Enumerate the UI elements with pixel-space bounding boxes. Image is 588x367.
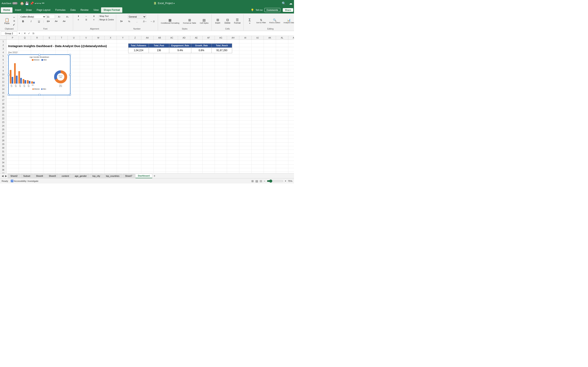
cell-3-23[interactable] bbox=[288, 47, 294, 51]
cell-3-15[interactable] bbox=[190, 47, 203, 51]
cell-31-6[interactable] bbox=[80, 150, 92, 154]
cell-33-20[interactable] bbox=[251, 157, 264, 161]
cell-25-7[interactable] bbox=[92, 128, 104, 132]
cell-19-17[interactable] bbox=[215, 106, 227, 109]
cell-29-6[interactable] bbox=[80, 142, 92, 146]
cell-15-20[interactable] bbox=[251, 91, 264, 95]
cell-6-10[interactable] bbox=[129, 58, 141, 62]
cell-29-9[interactable] bbox=[117, 142, 129, 146]
col-AA[interactable]: AA bbox=[141, 36, 154, 40]
cell-20-6[interactable] bbox=[80, 109, 92, 113]
cell-8-11[interactable] bbox=[141, 66, 154, 69]
cell-30-3[interactable] bbox=[43, 146, 56, 150]
cell-18-22[interactable] bbox=[276, 102, 288, 106]
cell-32-0[interactable] bbox=[7, 154, 19, 157]
cell-10-11[interactable] bbox=[141, 73, 154, 76]
cell-34-7[interactable] bbox=[92, 161, 104, 165]
cell-16-1[interactable] bbox=[19, 95, 31, 99]
cell-3-2[interactable] bbox=[31, 47, 43, 51]
cell-13-7[interactable] bbox=[92, 84, 104, 87]
cell-14-22[interactable] bbox=[276, 87, 288, 91]
cell-22-11[interactable] bbox=[141, 117, 154, 120]
cell-31-22[interactable] bbox=[276, 150, 288, 154]
cell-13-3[interactable] bbox=[43, 84, 56, 87]
cell-14-17[interactable] bbox=[215, 87, 227, 91]
cell-26-20[interactable] bbox=[251, 132, 264, 135]
cell-28-21[interactable] bbox=[264, 139, 276, 142]
cell-25-2[interactable] bbox=[31, 128, 43, 132]
cell-34-4[interactable] bbox=[56, 161, 68, 165]
cell-12-20[interactable] bbox=[251, 80, 264, 84]
cell-37-16[interactable] bbox=[203, 172, 215, 173]
cell-18-10[interactable] bbox=[129, 102, 141, 106]
cell-25-1[interactable] bbox=[19, 128, 31, 132]
cell-12-11[interactable] bbox=[141, 80, 154, 84]
cell-2-5[interactable] bbox=[68, 43, 80, 47]
cell-6-7[interactable] bbox=[92, 58, 104, 62]
cell-19-2[interactable] bbox=[31, 106, 43, 109]
cell-20-1[interactable] bbox=[19, 109, 31, 113]
cell-17-0[interactable] bbox=[7, 99, 19, 102]
cell-29-23[interactable] bbox=[288, 142, 294, 146]
cell-1-2[interactable] bbox=[31, 40, 43, 43]
search-icon[interactable]: 🔍 bbox=[282, 1, 286, 5]
cell-10-1[interactable] bbox=[19, 73, 31, 76]
cell-2-6[interactable] bbox=[80, 43, 92, 47]
cell-22-17[interactable] bbox=[215, 117, 227, 120]
cell-31-4[interactable] bbox=[56, 150, 68, 154]
cell-21-6[interactable] bbox=[80, 113, 92, 117]
cell-6-20[interactable] bbox=[251, 58, 264, 62]
cell-32-20[interactable] bbox=[251, 154, 264, 157]
cell-31-1[interactable] bbox=[19, 150, 31, 154]
cell-3-3[interactable] bbox=[43, 47, 56, 51]
cell-7-0[interactable] bbox=[7, 62, 19, 66]
cell-34-6[interactable] bbox=[80, 161, 92, 165]
cell-12-16[interactable] bbox=[203, 80, 215, 84]
cell-12-23[interactable] bbox=[288, 80, 294, 84]
cell-23-17[interactable] bbox=[215, 120, 227, 124]
cell-27-17[interactable] bbox=[215, 135, 227, 139]
col-AK[interactable]: AK bbox=[264, 36, 276, 40]
cell-29-13[interactable] bbox=[166, 142, 178, 146]
cell-22-15[interactable] bbox=[190, 117, 203, 120]
cell-36-7[interactable] bbox=[92, 168, 104, 172]
cell-15-18[interactable] bbox=[227, 91, 239, 95]
cell-30-16[interactable] bbox=[203, 146, 215, 150]
cell-33-2[interactable] bbox=[31, 157, 43, 161]
cell-8-18[interactable] bbox=[227, 66, 239, 69]
pin-icon[interactable]: 📌 bbox=[30, 1, 34, 5]
cell-35-16[interactable] bbox=[203, 165, 215, 168]
cell-36-0[interactable] bbox=[7, 168, 19, 172]
cell-26-15[interactable] bbox=[190, 132, 203, 135]
cell-22-12[interactable] bbox=[154, 117, 166, 120]
decrease-decimal-button[interactable]: ←.0 bbox=[149, 19, 156, 24]
cell-26-9[interactable] bbox=[117, 132, 129, 135]
cell-12-0[interactable] bbox=[7, 80, 19, 84]
cell-14-5[interactable] bbox=[68, 87, 80, 91]
cell-11-21[interactable] bbox=[264, 76, 276, 80]
cell-32-15[interactable] bbox=[190, 154, 203, 157]
cell-29-5[interactable] bbox=[68, 142, 80, 146]
cell-12-22[interactable] bbox=[276, 80, 288, 84]
cell-13-6[interactable] bbox=[80, 84, 92, 87]
cell-1-7[interactable] bbox=[92, 40, 104, 43]
cell-2-23[interactable] bbox=[288, 43, 294, 47]
cell-32-3[interactable] bbox=[43, 154, 56, 157]
cell-25-10[interactable] bbox=[129, 128, 141, 132]
cell-36-14[interactable] bbox=[178, 168, 190, 172]
cell-36-17[interactable] bbox=[215, 168, 227, 172]
cell-20-9[interactable] bbox=[117, 109, 129, 113]
cell-18-9[interactable] bbox=[117, 102, 129, 106]
cell-24-12[interactable] bbox=[154, 124, 166, 128]
cell-34-12[interactable] bbox=[154, 161, 166, 165]
cell-5-16[interactable] bbox=[203, 54, 215, 58]
cell-14-0[interactable] bbox=[7, 87, 19, 91]
cell-8-22[interactable] bbox=[276, 66, 288, 69]
cell-28-13[interactable] bbox=[166, 139, 178, 142]
cell-37-9[interactable] bbox=[117, 172, 129, 173]
underline-button[interactable]: U bbox=[35, 20, 43, 23]
cell-10-16[interactable] bbox=[203, 73, 215, 76]
cell-25-15[interactable] bbox=[190, 128, 203, 132]
cell-3-6[interactable] bbox=[80, 47, 92, 51]
cell-27-18[interactable] bbox=[227, 135, 239, 139]
